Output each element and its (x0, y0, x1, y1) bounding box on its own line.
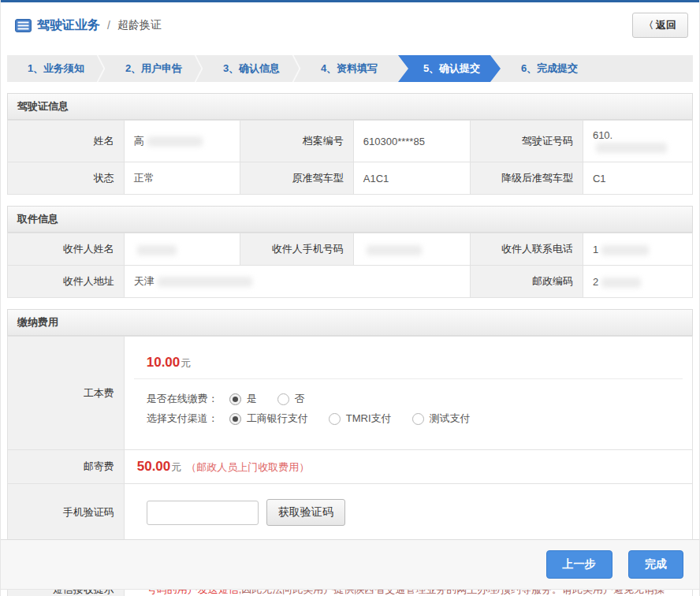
work-fee-amount-row: 10.00元 (134, 345, 683, 379)
table-row: 姓名 高 档案编号 610300****85 驾驶证号码 610. (8, 121, 693, 162)
online-pay-question: 是否在线缴费： (147, 392, 218, 406)
post-fee-note: （邮政人员上门收取费用） (186, 461, 309, 473)
status-value: 正常 (124, 162, 240, 195)
radio-unselected-icon[interactable] (329, 413, 341, 425)
post-fee-unit: 元 (171, 461, 181, 473)
recipient-name-value (124, 233, 240, 266)
pay-channel-row: 选择支付渠道： 工商银行支付 TMRI支付 测试支付 (147, 412, 670, 426)
step-5-confirm-submit-active[interactable]: 5、确认提交 (398, 55, 501, 82)
step-2-user-declaration[interactable]: 2、用户申告 (105, 55, 203, 82)
status-label: 状态 (8, 162, 125, 195)
name-value: 高 (124, 121, 240, 162)
downgraded-class-value: C1 (583, 162, 692, 195)
chevron-left-icon: 〈 (644, 20, 653, 31)
post-fee-cell: 50.00元（邮政人员上门收取费用） (124, 450, 692, 484)
license-section-title: 驾驶证信息 (7, 93, 693, 120)
radio-selected-icon[interactable] (229, 413, 241, 425)
table-row: 邮寄费 50.00元（邮政人员上门收取费用） (8, 450, 693, 484)
work-fee-amount: 10.00 (147, 355, 181, 370)
online-pay-row: 是否在线缴费： 是 否 (147, 392, 670, 406)
work-fee-label: 工本费 (8, 337, 125, 450)
step-bar-filler (598, 55, 693, 82)
step-6-complete-submit[interactable]: 6、完成提交 (501, 55, 598, 82)
page-header: 驾驶证业务 / 超龄换证 〈返回 (1, 2, 699, 47)
post-fee-label: 邮寄费 (8, 450, 125, 484)
table-row: 状态 正常 原准驾车型 A1C1 降级后准驾车型 C1 (8, 162, 693, 195)
radio-unselected-icon[interactable] (412, 413, 424, 425)
file-no-label: 档案编号 (240, 121, 353, 162)
table-row: 收件人地址 天津 邮政编码 2 (8, 266, 693, 298)
back-button[interactable]: 〈返回 (632, 13, 688, 38)
recipient-address-label: 收件人地址 (8, 266, 125, 298)
recipient-address-value: 天津 (124, 266, 470, 298)
recipient-name-label: 收件人姓名 (8, 233, 125, 266)
downgraded-class-label: 降级后准驾车型 (470, 162, 583, 195)
step-1-business-notice[interactable]: 1、业务须知 (7, 55, 105, 82)
orig-class-value: A1C1 (353, 162, 470, 195)
captcha-label: 手机验证码 (8, 484, 125, 542)
redacted-value (601, 245, 649, 255)
zip-label: 邮政编码 (470, 266, 583, 298)
name-label: 姓名 (8, 121, 125, 162)
post-fee-amount: 50.00 (137, 459, 171, 474)
channel-test-option[interactable]: 测试支付 (412, 412, 471, 426)
orig-class-label: 原准驾车型 (240, 162, 353, 195)
table-row: 工本费 10.00元 是否在线缴费： 是 否 选择支付渠道： 工商银行支付 TM… (8, 337, 693, 450)
recipient-mobile-value (353, 233, 470, 266)
pickup-info-table: 收件人姓名 收件人手机号码 收件人联系电话 1 收件人地址 天津 邮政编码 2 (7, 233, 693, 298)
pickup-section-title: 取件信息 (7, 206, 693, 233)
pickup-info-section: 取件信息 收件人姓名 收件人手机号码 收件人联系电话 1 收件人地址 天津 邮政… (7, 206, 693, 298)
breadcrumb-divider: / (107, 19, 110, 32)
pay-channel-question: 选择支付渠道： (147, 412, 218, 426)
redacted-value (367, 245, 422, 255)
recipient-phone-value: 1 (583, 233, 692, 266)
back-button-label: 返回 (656, 19, 676, 31)
footer-action-bar: 上一步 完成 (1, 539, 699, 590)
module-title: 驾驶证业务 (37, 17, 100, 34)
license-no-label: 驾驶证号码 (470, 121, 583, 162)
redacted-value (147, 136, 203, 147)
get-captcha-button[interactable]: 获取验证码 (266, 499, 345, 526)
recipient-phone-label: 收件人联系电话 (470, 233, 583, 266)
redacted-value (596, 143, 667, 153)
redacted-value (601, 278, 641, 288)
table-row: 收件人姓名 收件人手机号码 收件人联系电话 1 (8, 233, 693, 266)
recipient-mobile-label: 收件人手机号码 (240, 233, 353, 266)
channel-tmri-option[interactable]: TMRI支付 (329, 412, 392, 426)
step-navigation: 1、业务须知 2、用户申告 3、确认信息 4、资料填写 5、确认提交 6、完成提… (7, 55, 693, 82)
work-fee-cell: 10.00元 是否在线缴费： 是 否 选择支付渠道： 工商银行支付 TMRI支付… (124, 337, 692, 450)
online-pay-no-option[interactable]: 否 (277, 392, 305, 406)
captcha-cell: 获取验证码 (124, 484, 692, 542)
file-no-value: 610300****85 (353, 121, 470, 162)
table-row: 手机验证码 获取验证码 (8, 484, 693, 542)
work-fee-unit: 元 (181, 357, 191, 369)
license-info-table: 姓名 高 档案编号 610300****85 驾驶证号码 610. 状态 正常 … (7, 120, 693, 195)
step-3-confirm-info[interactable]: 3、确认信息 (203, 55, 300, 82)
radio-unselected-icon[interactable] (277, 393, 289, 405)
channel-icbc-option[interactable]: 工商银行支付 (229, 412, 308, 426)
finish-button[interactable]: 完成 (628, 550, 683, 579)
redacted-value (137, 245, 177, 255)
captcha-input[interactable] (147, 501, 259, 525)
redacted-value (158, 277, 252, 287)
zip-value: 2 (583, 266, 692, 298)
license-no-value: 610. (583, 121, 692, 162)
step-4-fill-material[interactable]: 4、资料填写 (300, 55, 398, 82)
radio-selected-icon[interactable] (229, 393, 241, 405)
license-info-section: 驾驶证信息 姓名 高 档案编号 610300****85 驾驶证号码 610. … (7, 93, 693, 195)
page-title: 超龄换证 (117, 18, 162, 32)
online-pay-yes-option[interactable]: 是 (229, 392, 257, 406)
fees-section-title: 缴纳费用 (7, 309, 693, 336)
list-icon (15, 19, 32, 32)
previous-step-button[interactable]: 上一步 (546, 550, 612, 579)
